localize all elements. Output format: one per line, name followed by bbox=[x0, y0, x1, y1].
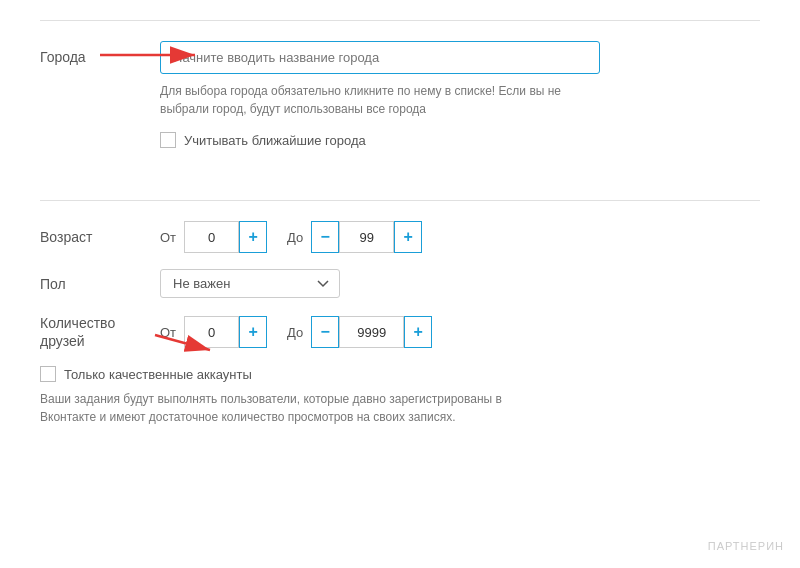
age-label: Возраст bbox=[40, 229, 160, 245]
quality-label: Только качественные аккаунты bbox=[64, 367, 252, 382]
friends-to-label: До bbox=[287, 325, 303, 340]
age-from-plus-button[interactable]: + bbox=[239, 221, 267, 253]
friends-to-plus-button[interactable]: + bbox=[404, 316, 432, 348]
age-row: Возраст От 0 + До − 99 + bbox=[40, 221, 760, 253]
cities-label: Города bbox=[40, 41, 160, 65]
friends-from-group: 0 + bbox=[184, 316, 267, 348]
age-to-minus-button[interactable]: − bbox=[311, 221, 339, 253]
main-container: Города Для выбора города обязательно кли… bbox=[0, 0, 800, 568]
age-section: Возраст От 0 + До − 99 + Пол Не важен Му… bbox=[40, 200, 760, 436]
gender-select[interactable]: Не важен Мужской Женский bbox=[160, 269, 340, 298]
gender-label: Пол bbox=[40, 276, 160, 292]
city-input[interactable] bbox=[160, 41, 600, 74]
age-to-plus-button[interactable]: + bbox=[394, 221, 422, 253]
friends-row: Количество друзей От 0 + До − 9999 + bbox=[40, 314, 760, 350]
friends-from-label: От bbox=[160, 325, 176, 340]
cities-row: Города Для выбора города обязательно кли… bbox=[40, 41, 760, 148]
nearby-cities-label: Учитывать ближайшие города bbox=[184, 133, 366, 148]
friends-label: Количество друзей bbox=[40, 314, 160, 350]
gender-row: Пол Не важен Мужской Женский bbox=[40, 269, 760, 298]
cities-control: Для выбора города обязательно кликните п… bbox=[160, 41, 760, 148]
age-to-group: − 99 + bbox=[311, 221, 422, 253]
cities-section: Города Для выбора города обязательно кли… bbox=[40, 20, 760, 170]
spacer-1 bbox=[40, 170, 760, 200]
quality-hint: Ваши задания будут выполнять пользовател… bbox=[40, 390, 560, 426]
quality-row: Только качественные аккаунты bbox=[40, 366, 760, 382]
nearby-cities-row: Учитывать ближайшие города bbox=[160, 132, 760, 148]
friends-to-input[interactable]: 9999 bbox=[339, 316, 404, 348]
age-from-input[interactable]: 0 bbox=[184, 221, 239, 253]
age-to-label: До bbox=[287, 230, 303, 245]
age-to-input[interactable]: 99 bbox=[339, 221, 394, 253]
age-from-label: От bbox=[160, 230, 176, 245]
friends-from-input[interactable]: 0 bbox=[184, 316, 239, 348]
cities-hint: Для выбора города обязательно кликните п… bbox=[160, 82, 580, 118]
nearby-cities-checkbox[interactable] bbox=[160, 132, 176, 148]
quality-checkbox[interactable] bbox=[40, 366, 56, 382]
friends-to-minus-button[interactable]: − bbox=[311, 316, 339, 348]
friends-to-group: − 9999 + bbox=[311, 316, 432, 348]
friends-from-plus-button[interactable]: + bbox=[239, 316, 267, 348]
watermark: ПАРТНЕРИН bbox=[708, 540, 784, 552]
age-from-group: 0 + bbox=[184, 221, 267, 253]
